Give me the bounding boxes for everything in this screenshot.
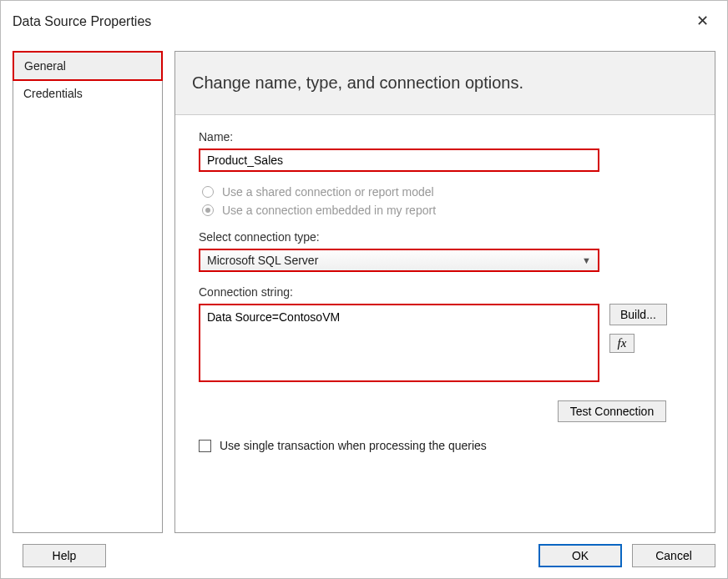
data-source-properties-dialog: Data Source Properties ✕ General Credent… — [0, 0, 728, 579]
checkbox-icon — [199, 440, 211, 452]
dialog-title: Data Source Properties — [13, 14, 151, 29]
test-connection-row: Test Connection — [199, 400, 666, 422]
radio-label: Use a connection embedded in my report — [222, 204, 436, 217]
radio-label: Use a shared connection or report model — [222, 185, 434, 199]
close-icon[interactable]: ✕ — [692, 11, 712, 31]
help-button[interactable]: Help — [23, 544, 106, 567]
sidebar-item-label: Credentials — [23, 87, 83, 100]
radio-icon — [202, 204, 214, 216]
dialog-footer: Help OK Cancel — [1, 533, 727, 578]
titlebar: Data Source Properties ✕ — [1, 1, 727, 43]
name-label: Name: — [199, 130, 691, 143]
ok-button[interactable]: OK — [538, 544, 622, 567]
connection-type-value: Microsoft SQL Server — [207, 254, 318, 267]
main-content: Name: Use a shared connection or report … — [175, 115, 715, 532]
connection-type-label: Select connection type: — [199, 230, 691, 244]
dialog-body: General Credentials Change name, type, a… — [1, 43, 727, 533]
sidebar-item-credentials[interactable]: Credentials — [13, 80, 162, 107]
main-panel: Change name, type, and connection option… — [174, 51, 715, 533]
main-header: Change name, type, and connection option… — [175, 52, 715, 115]
connection-string-input[interactable] — [199, 304, 599, 382]
radio-shared-connection[interactable]: Use a shared connection or report model — [199, 185, 691, 199]
connection-mode-group: Use a shared connection or report model … — [199, 185, 691, 217]
sidebar-item-label: General — [24, 59, 66, 73]
connection-type-group: Select connection type: Microsoft SQL Se… — [199, 230, 691, 272]
single-transaction-checkbox[interactable]: Use single transaction when processing t… — [199, 439, 691, 452]
test-connection-button[interactable]: Test Connection — [558, 400, 666, 422]
sidebar-item-general[interactable]: General — [13, 51, 163, 81]
build-button[interactable]: Build... — [609, 304, 667, 325]
expression-button[interactable]: fx — [609, 334, 634, 353]
radio-icon — [202, 186, 214, 198]
radio-embedded-connection[interactable]: Use a connection embedded in my report — [199, 204, 691, 217]
cancel-button[interactable]: Cancel — [632, 544, 715, 567]
connection-string-group: Connection string: Build... fx — [199, 285, 691, 382]
checkbox-label: Use single transaction when processing t… — [220, 439, 487, 452]
connection-type-select[interactable]: Microsoft SQL Server ▼ — [199, 249, 599, 272]
connection-string-label: Connection string: — [199, 285, 691, 299]
name-field-group: Name: — [199, 130, 691, 172]
sidebar: General Credentials — [13, 51, 163, 533]
chevron-down-icon: ▼ — [582, 255, 591, 265]
name-input[interactable] — [199, 149, 599, 172]
